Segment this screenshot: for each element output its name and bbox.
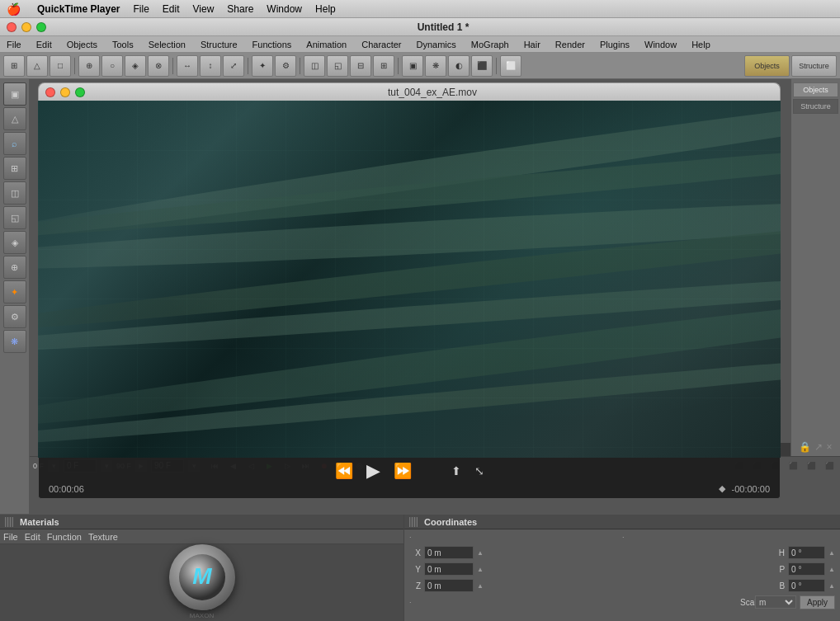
toolbar-btn-objects[interactable]: Objects <box>744 55 790 77</box>
menu-structure[interactable]: Structure <box>197 39 241 50</box>
coord-x-up[interactable]: ▲ <box>477 549 484 557</box>
toolbar-btn-12[interactable]: ⚙ <box>275 55 296 77</box>
tool-9[interactable]: ✦ <box>3 280 26 303</box>
menu-objects[interactable]: Objects <box>64 39 101 50</box>
toolbar-btn-17[interactable]: ▣ <box>402 55 423 77</box>
toolbar-btn-11[interactable]: ✦ <box>252 55 273 77</box>
scale-dropdown[interactable]: m cm mm <box>755 595 796 609</box>
mac-menu-view[interactable]: View <box>193 3 215 15</box>
toolbar-btn-10[interactable]: ⤢ <box>223 55 244 77</box>
menu-help[interactable]: Help <box>688 39 714 50</box>
tool-11[interactable]: ❋ <box>3 330 26 353</box>
tool-5[interactable]: ◫ <box>3 181 26 205</box>
toolbar-btn-3[interactable]: □ <box>50 55 71 77</box>
toolbar-btn-9[interactable]: ↕ <box>200 55 221 77</box>
close-button[interactable] <box>7 22 17 32</box>
qt-fullscreen-btn[interactable]: ⤡ <box>474 465 484 477</box>
panel-drag-handle[interactable] <box>5 517 13 527</box>
coord-h-up[interactable]: ▲ <box>828 549 835 557</box>
menu-dynamics[interactable]: Dynamics <box>413 39 460 50</box>
coord-z-up[interactable]: ▲ <box>477 582 484 590</box>
apple-logo[interactable]: 🍎 <box>7 2 21 16</box>
toolbar-btn-8[interactable]: ↔ <box>177 55 198 77</box>
mac-menu-edit[interactable]: Edit <box>163 3 180 15</box>
menu-window[interactable]: Window <box>641 39 680 50</box>
mac-menu-help[interactable]: Help <box>315 3 336 15</box>
toolbar-separator-2 <box>172 58 173 74</box>
qt-share-btn[interactable]: ⬆ <box>451 465 461 477</box>
mac-menu-share[interactable]: Share <box>227 3 253 15</box>
tool-7[interactable]: ◈ <box>3 231 26 254</box>
coord-y-up[interactable]: ▲ <box>477 566 484 573</box>
menu-selection[interactable]: Selection <box>145 39 189 50</box>
coord-p-label: P <box>773 565 785 574</box>
coord-p-up[interactable]: ▲ <box>828 566 835 573</box>
toolbar-btn-18[interactable]: ❋ <box>425 55 446 77</box>
mac-menu-window[interactable]: Window <box>267 3 302 15</box>
qt-rewind-btn[interactable]: ⏪ <box>335 463 353 478</box>
toolbar-btn-2[interactable]: △ <box>26 55 48 77</box>
menu-hair[interactable]: Hair <box>521 39 544 50</box>
menu-character[interactable]: Character <box>358 39 404 50</box>
toolbar-btn-13[interactable]: ◫ <box>304 55 325 77</box>
coord-y-input[interactable] <box>424 562 474 576</box>
menu-animation[interactable]: Animation <box>303 39 350 50</box>
toolbar-btn-6[interactable]: ◈ <box>125 55 146 77</box>
tool-2[interactable]: △ <box>3 107 26 130</box>
maximize-button[interactable] <box>36 22 46 32</box>
materials-menu-edit[interactable]: Edit <box>25 532 40 542</box>
menu-render[interactable]: Render <box>552 39 588 50</box>
coord-b-input[interactable] <box>788 579 825 592</box>
toolbar-btn-4[interactable]: ⊕ <box>78 55 100 77</box>
expand-icon[interactable]: ↗ <box>814 441 823 453</box>
toolbar-btn-structure[interactable]: Structure <box>791 55 837 77</box>
tool-3[interactable]: ⌕ <box>3 132 26 155</box>
coord-panel-drag-handle[interactable] <box>409 517 418 527</box>
menu-functions[interactable]: Functions <box>249 39 295 50</box>
menu-tools[interactable]: Tools <box>109 39 137 50</box>
coord-h-input[interactable] <box>788 546 825 559</box>
toolbar-btn-14[interactable]: ◱ <box>327 55 348 77</box>
menu-mograph[interactable]: MoGraph <box>468 39 512 50</box>
coord-b-up[interactable]: ▲ <box>828 582 835 590</box>
coord-x-input[interactable] <box>424 546 474 559</box>
menu-plugins[interactable]: Plugins <box>597 39 633 50</box>
qt-fastforward-btn[interactable]: ⏩ <box>394 463 412 478</box>
toolbar-btn-20[interactable]: ⬛ <box>471 55 493 77</box>
qt-play-btn[interactable]: ▶ <box>366 462 380 480</box>
tool-move[interactable]: ▣ <box>3 82 26 106</box>
toolbar-btn-19[interactable]: ◐ <box>448 55 470 77</box>
qt-close-btn[interactable] <box>45 87 55 97</box>
toolbar-btn-5[interactable]: ○ <box>101 55 123 77</box>
motion-btn-4[interactable]: ⬛ <box>786 459 800 473</box>
menu-edit[interactable]: Edit <box>33 39 55 50</box>
coord-p-input[interactable] <box>788 562 825 576</box>
toolbar-btn-1[interactable]: ⊞ <box>3 55 25 77</box>
materials-menu-file[interactable]: File <box>3 532 18 542</box>
materials-menu-texture[interactable]: Texture <box>88 532 118 542</box>
materials-menu-function[interactable]: Function <box>47 532 82 542</box>
tool-6[interactable]: ◱ <box>3 206 26 229</box>
tool-10[interactable]: ⚙ <box>3 305 26 328</box>
app-name[interactable]: QuickTime Player <box>37 3 120 15</box>
tool-4[interactable]: ⊞ <box>3 157 26 180</box>
toolbar-btn-7[interactable]: ⊗ <box>148 55 169 77</box>
toolbar-btn-21[interactable]: ⬜ <box>500 55 521 77</box>
close-panel-icon[interactable]: × <box>826 441 832 453</box>
toolbar-btn-15[interactable]: ⊟ <box>350 55 371 77</box>
apply-button[interactable]: Apply <box>800 595 835 609</box>
timeline-expand-btn[interactable]: ⬛ <box>822 459 837 473</box>
qt-max-btn[interactable] <box>75 87 85 97</box>
minimize-button[interactable] <box>21 22 31 32</box>
tool-8[interactable]: ⊕ <box>3 256 26 279</box>
toolbar-btn-16[interactable]: ⊞ <box>373 55 394 77</box>
lock-icon[interactable]: 🔒 <box>799 441 811 453</box>
tab-objects[interactable]: Objects <box>793 82 838 97</box>
menu-file[interactable]: File <box>3 39 25 50</box>
tab-structure[interactable]: Structure <box>793 99 838 114</box>
qt-video-content[interactable] <box>38 101 781 458</box>
coord-z-input[interactable] <box>424 579 474 592</box>
qt-min-btn[interactable] <box>60 87 70 97</box>
mac-menu-file[interactable]: File <box>134 3 149 15</box>
motion-btn-5[interactable]: ⬛ <box>804 459 819 473</box>
